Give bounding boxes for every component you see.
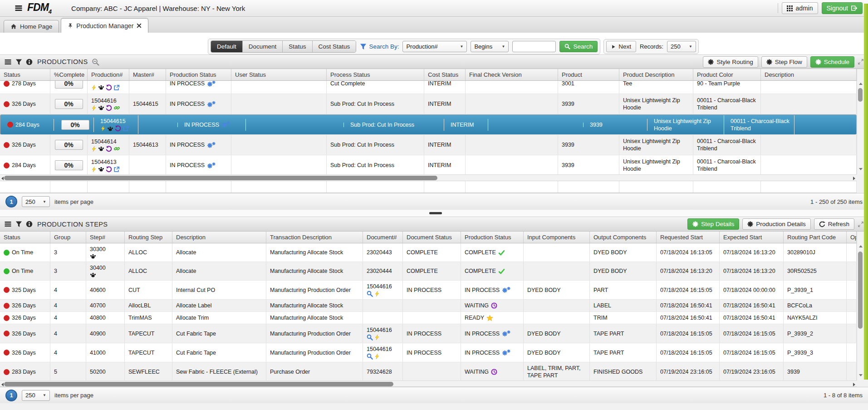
pane-splitter-handle[interactable] (429, 212, 442, 214)
refresh-button[interactable]: Refresh (814, 218, 854, 230)
column-header-routing_step[interactable]: Routing Step (125, 232, 172, 243)
close-icon[interactable] (137, 23, 142, 28)
page-size-select[interactable]: 250▼ (22, 390, 50, 401)
table-row[interactable]: 326 Days440800TrimMASAllocate TrimManufa… (0, 312, 857, 324)
scroll-up-arrow[interactable] (859, 245, 863, 247)
zoom-out-icon[interactable] (92, 58, 99, 66)
scroll-left-arrow[interactable] (1, 177, 4, 180)
panel-menu-icon[interactable] (4, 221, 12, 227)
table-row[interactable]: On Time330400ALLOCAllocateManufacturing … (0, 262, 857, 281)
admin-menu-button[interactable]: admin (782, 2, 818, 14)
production-details-button[interactable]: Production Details (742, 218, 811, 230)
table-row[interactable]: 284 Days0%15044615IN PROCESSSub Prod: Cu… (0, 114, 857, 135)
table-row[interactable]: 326 Days0%1504461615044615IN PROCESSSub … (0, 94, 857, 114)
column-header-complete[interactable]: %Complete (50, 69, 88, 81)
cell-status: 284 Days (4, 119, 54, 131)
table-row[interactable]: 325 Days440600CUTInternal Cut POManufact… (0, 281, 857, 300)
column-header-user_status[interactable]: User Status (231, 69, 327, 81)
search-button[interactable]: Search (559, 41, 598, 52)
column-header-description[interactable]: Description (172, 232, 266, 243)
match-type-select[interactable]: Begins▼ (471, 41, 509, 52)
scroll-thumb[interactable] (4, 382, 393, 386)
steps-horizontal-scrollbar[interactable] (0, 380, 857, 387)
scroll-left-arrow[interactable] (1, 383, 4, 386)
search-field-select[interactable]: Production#▼ (402, 41, 467, 52)
panel-menu-icon[interactable] (4, 59, 12, 65)
table-row[interactable]: 326 Days441000TAPECUTCut Fabric TapeManu… (0, 343, 857, 362)
column-header-transaction_description[interactable]: Transaction Description (266, 232, 363, 243)
productions-horizontal-scrollbar[interactable] (0, 174, 857, 181)
table-row[interactable]: On Time330300ALLOCAllocateManufacturing … (0, 243, 857, 262)
column-header-document_status[interactable]: Document Status (403, 232, 461, 243)
steps-vertical-scrollbar[interactable] (857, 232, 863, 380)
page-size-select[interactable]: 250▼ (22, 196, 50, 207)
expand-icon[interactable] (858, 59, 864, 65)
tab-production-manager[interactable]: Production Manager (61, 18, 148, 33)
column-header-final_check_version[interactable]: Final Check Version (466, 69, 558, 81)
column-header-master[interactable]: Master# (129, 69, 166, 81)
column-header-cost_status[interactable]: Cost Status (424, 69, 466, 81)
column-header-status[interactable]: Status (0, 69, 50, 81)
table-row[interactable]: 284 Days0%15044613IN PROCESSSub Prod: Cu… (0, 155, 857, 174)
step-details-button[interactable]: Step Details (687, 218, 739, 230)
view-button-status[interactable]: Status (283, 41, 312, 52)
view-button-cost-status[interactable]: Cost Status (313, 41, 356, 52)
column-header-process_status[interactable]: Process Status (327, 69, 424, 81)
paw-icon (98, 166, 104, 172)
scroll-down-arrow[interactable] (859, 374, 863, 376)
view-button-document[interactable]: Document (243, 41, 283, 52)
expand-icon[interactable] (858, 221, 864, 227)
step-flow-button[interactable]: Step Flow (761, 56, 807, 68)
next-button[interactable]: Next (606, 41, 636, 52)
tab-home-page[interactable]: Home Page (4, 20, 59, 33)
column-header-product_color[interactable]: Product Color (693, 69, 761, 81)
info-icon[interactable] (26, 221, 33, 227)
column-header-product[interactable]: Product (558, 69, 619, 81)
column-header-production[interactable]: Production# (88, 69, 129, 81)
table-row[interactable]: 326 Days440700AllocLBLAllocate LabelManu… (0, 300, 857, 312)
column-header-requested_start[interactable]: Requested Start (657, 232, 720, 243)
cell-routing_part_code: NAYK5ALZI (784, 312, 847, 324)
menu-hamburger-icon[interactable] (15, 5, 23, 12)
table-row[interactable]: 283 Days550200SEWFLEECSew Fabric - FLEEC… (0, 362, 857, 380)
cell-status: 283 Days (0, 362, 50, 380)
scroll-thumb[interactable] (858, 88, 863, 102)
scroll-thumb[interactable] (858, 252, 863, 329)
filter-funnel-icon[interactable] (15, 59, 22, 65)
column-header-expected_start[interactable]: Expected Start (720, 232, 784, 243)
column-header-product_description[interactable]: Product Description (619, 69, 693, 81)
productions-vertical-scrollbar[interactable] (857, 69, 863, 174)
column-header-description[interactable]: Description (761, 69, 857, 81)
column-header-group[interactable]: Group (50, 232, 86, 243)
column-header-routing_part_code[interactable]: Routing Part Code (784, 232, 847, 243)
column-header-output_components[interactable]: Output Components (590, 232, 657, 243)
cell-transaction_description: Manufacturing Allocate Stock (266, 300, 363, 311)
scroll-down-arrow[interactable] (859, 168, 863, 170)
column-header-production_status[interactable]: Production Status (166, 69, 231, 81)
page-number-button[interactable]: 1 (5, 196, 17, 207)
table-row[interactable]: 326 Days0%1504461415044613IN PROCESSSub … (0, 135, 857, 155)
signout-button[interactable]: Signout (822, 2, 863, 14)
page-number-button[interactable]: 1 (5, 390, 17, 401)
view-button-default[interactable]: Default (211, 41, 243, 52)
column-header-step[interactable]: Step# (86, 232, 125, 243)
style-routing-button[interactable]: Style Routing (703, 56, 758, 68)
gear-icon (692, 221, 698, 227)
schedule-button[interactable]: Schedule (810, 56, 854, 68)
table-row[interactable]: 278 Days0% IN PROCESSCut CompleteINTERIM… (0, 81, 857, 94)
search-input[interactable] (512, 41, 556, 52)
scroll-right-arrow[interactable] (853, 177, 855, 180)
column-header-document[interactable]: Document# (363, 232, 403, 243)
records-select[interactable]: 250▼ (667, 41, 696, 52)
scroll-up-arrow[interactable] (859, 83, 863, 85)
column-header-status[interactable]: Status (0, 232, 50, 243)
info-icon[interactable] (26, 59, 33, 65)
column-header-input_components[interactable]: Input Components (524, 232, 590, 243)
filter-funnel-icon[interactable] (15, 221, 22, 227)
column-header-op[interactable]: Op (847, 232, 857, 243)
pin-icon[interactable] (68, 23, 73, 29)
column-header-production_status[interactable]: Production Status (461, 232, 524, 243)
scroll-thumb[interactable] (4, 176, 437, 180)
scroll-right-arrow[interactable] (853, 383, 855, 386)
table-row[interactable]: 326 Days440900TAPECUTCut Fabric TapeManu… (0, 324, 857, 343)
